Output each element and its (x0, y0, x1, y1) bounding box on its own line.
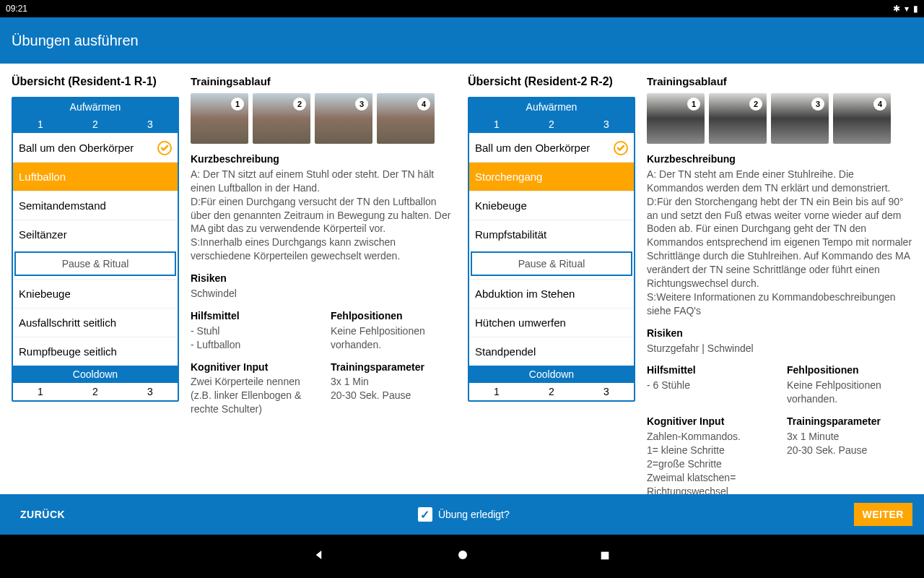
cooldown-num-1[interactable]: 1 (13, 383, 68, 400)
wifi-icon: ▾ (905, 4, 909, 14)
svg-point-2 (458, 551, 467, 559)
exercise-label: Ausfallschritt seitlich (13, 316, 178, 329)
exercise-item[interactable]: Rumpfstabilität (469, 220, 634, 249)
exercise-label: Seiltänzer (13, 228, 178, 241)
check-icon (156, 139, 173, 157)
thumb-4[interactable]: 4 (377, 93, 435, 144)
exercise-label: Luftballon (13, 171, 178, 183)
kog-h-r1: Kognitiver Input (191, 361, 316, 374)
app-bar: Übungen ausführen (0, 17, 924, 64)
hilf-h-r1: Hilfsmittel (191, 309, 316, 323)
thumb-badge: 2 (749, 98, 762, 111)
cooldown-num-3[interactable]: 3 (579, 383, 634, 400)
pause-ritual-r2[interactable]: Pause & Ritual (471, 251, 632, 276)
warmup-num-1[interactable]: 1 (469, 116, 524, 133)
exercise-item[interactable]: Ball um den Oberkörper (469, 133, 634, 162)
status-time: 09:21 (6, 4, 27, 14)
kog-h-r2: Kognitiver Input (647, 415, 772, 428)
thumb-3[interactable]: 3 (315, 93, 372, 144)
warmup-header-r1: Aufwärmen (13, 98, 178, 116)
done-label: Übung erledigt? (438, 509, 510, 520)
pause-ritual-r1[interactable]: Pause & Ritual (14, 251, 176, 276)
hilf-body-r1: - Stuhl - Luftballon (191, 324, 316, 352)
warmup-num-3[interactable]: 3 (123, 116, 178, 133)
nav-back-icon[interactable] (313, 548, 326, 565)
exercise-list-r1: Aufwärmen 1 2 3 Ball um den Oberkörper L… (12, 97, 179, 402)
next-button[interactable]: WEITER (854, 503, 912, 526)
exercise-item[interactable]: Semitandemstand (13, 191, 178, 220)
thumb-badge: 3 (355, 98, 368, 111)
thumb-3[interactable]: 3 (771, 93, 829, 144)
overview-title-r1: Übersicht (Resident-1 R-1) (12, 75, 179, 88)
thumb-1[interactable]: 1 (191, 93, 248, 144)
exercise-item[interactable]: Rumpfbeuge seitlich (13, 337, 178, 366)
exercise-item[interactable]: Ball um den Oberkörper (13, 133, 178, 162)
risiken-body-r1: Schwindel (191, 287, 456, 301)
exercise-item[interactable]: Hütchen umwerfen (469, 308, 634, 337)
thumb-badge: 4 (417, 98, 430, 111)
training-title-r2: Trainingsablauf (647, 75, 912, 87)
exercise-label: Hütchen umwerfen (469, 316, 634, 329)
checkbox-icon[interactable]: ✓ (418, 507, 432, 522)
back-button[interactable]: ZURÜCK (12, 503, 74, 526)
thumb-2[interactable]: 2 (253, 93, 310, 144)
exercise-item[interactable]: Storchengang (469, 162, 634, 191)
exercise-item[interactable]: Standpendel (469, 337, 634, 366)
exercise-label: Standpendel (469, 345, 634, 358)
overview-title-r2: Übersicht (Resident-2 R-2) (468, 75, 635, 88)
cooldown-num-3[interactable]: 3 (123, 383, 178, 400)
cooldown-num-1[interactable]: 1 (469, 383, 524, 400)
exercise-label: Ball um den Oberkörper (13, 142, 156, 154)
thumb-badge: 1 (231, 98, 244, 111)
warmup-nums-r1: 1 2 3 (13, 116, 178, 133)
android-nav-bar (0, 535, 924, 578)
exercise-item[interactable]: Ausfallschritt seitlich (13, 308, 178, 337)
thumb-badge: 1 (687, 98, 700, 111)
kurz-h-r1: Kurzbeschreibung (191, 152, 456, 166)
thumbnails-r1: 1 2 3 4 (191, 93, 456, 144)
thumb-1[interactable]: 1 (647, 93, 705, 144)
signal-icon: ▮ (913, 4, 918, 14)
exercise-item[interactable]: Abduktion im Stehen (469, 279, 634, 308)
hilf-body-r2: - 6 Stühle (647, 379, 772, 392)
exercise-label: Storchengang (469, 171, 634, 183)
kurz-h-r2: Kurzbeschreibung (647, 152, 912, 166)
exercise-label: Rumpfbeuge seitlich (13, 345, 178, 358)
done-checkbox-area[interactable]: ✓ Übung erledigt? (418, 507, 510, 522)
hilf-h-r2: Hilfsmittel (647, 363, 772, 377)
content: Übersicht (Resident-1 R-1) Aufwärmen 1 2… (0, 64, 924, 494)
warmup-num-1[interactable]: 1 (13, 116, 68, 133)
param-body-r2: 3x 1 Minute 20-30 Sek. Pause (787, 430, 912, 457)
thumb-badge: 2 (293, 98, 306, 111)
kog-body-r2: Zahlen-Kommandos. 1= kleine Schritte 2=g… (647, 430, 772, 494)
kurz-body-r1: A: Der TN sitzt auf einem Stuhl oder ste… (191, 168, 456, 263)
cooldown-nums-r1: 1 2 3 (13, 383, 178, 400)
exercise-label: Kniebeuge (13, 288, 178, 300)
status-icons: ✱ ▾ ▮ (893, 4, 918, 14)
resident-1-panel: Übersicht (Resident-1 R-1) Aufwärmen 1 2… (6, 75, 462, 488)
page-title: Übungen ausführen (12, 33, 139, 49)
cooldown-num-2[interactable]: 2 (68, 383, 123, 400)
exercise-item[interactable]: Kniebeuge (469, 191, 634, 220)
param-body-r1: 3x 1 Min 20-30 Sek. Pause (331, 375, 456, 402)
param-h-r1: Trainingsparameter (331, 361, 456, 374)
exercise-item[interactable]: Seiltänzer (13, 220, 178, 249)
thumb-4[interactable]: 4 (833, 93, 891, 144)
nav-home-icon[interactable] (456, 548, 469, 565)
kog-body-r1: Zwei Körperteile nennen (z.B. linker Ell… (191, 375, 316, 416)
fehl-h-r2: Fehlpositionen (787, 363, 912, 377)
fehl-body-r2: Keine Fehlpositionen vorhanden. (787, 379, 912, 406)
warmup-num-2[interactable]: 2 (524, 116, 579, 133)
exercise-label: Ball um den Oberkörper (469, 142, 612, 154)
thumb-2[interactable]: 2 (709, 93, 767, 144)
svg-rect-3 (601, 551, 609, 559)
cooldown-num-2[interactable]: 2 (524, 383, 579, 400)
risiken-h-r2: Risiken (647, 327, 912, 340)
warmup-num-3[interactable]: 3 (579, 116, 634, 133)
nav-recent-icon[interactable] (599, 548, 611, 565)
exercise-item[interactable]: Kniebeuge (13, 279, 178, 308)
warmup-num-2[interactable]: 2 (68, 116, 123, 133)
thumb-badge: 4 (873, 98, 886, 111)
risiken-h-r1: Risiken (191, 272, 456, 285)
exercise-item[interactable]: Luftballon (13, 162, 178, 191)
